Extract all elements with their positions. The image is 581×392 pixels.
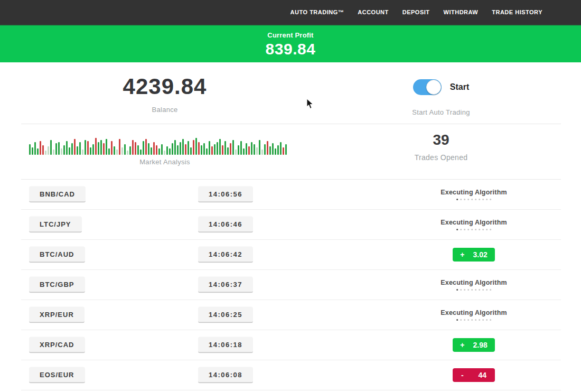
analysis-bar bbox=[227, 147, 229, 155]
analysis-bar bbox=[40, 141, 41, 155]
analysis-bar bbox=[90, 147, 91, 155]
progress-dot bbox=[460, 199, 462, 200]
analysis-bar bbox=[219, 139, 221, 155]
analysis-bar bbox=[48, 146, 49, 155]
analysis-bar bbox=[180, 142, 181, 155]
nav-item-auto-trading[interactable]: AUTO TRADING™ bbox=[290, 9, 344, 15]
analysis-bar bbox=[283, 147, 284, 155]
progress-dot bbox=[460, 289, 462, 291]
progress-dot bbox=[479, 289, 480, 291]
analysis-bar bbox=[275, 148, 276, 155]
analysis-bar bbox=[243, 148, 245, 155]
executing-algorithm-label: Executing Algorithm bbox=[441, 219, 507, 226]
analysis-bar bbox=[37, 148, 39, 155]
auto-trading-toggle-block: Start Start Auto Trading bbox=[322, 62, 560, 116]
progress-dot bbox=[456, 229, 458, 230]
progress-dot bbox=[471, 319, 473, 321]
analysis-bar bbox=[132, 140, 134, 155]
analysis-bar bbox=[69, 147, 70, 155]
analysis-bar bbox=[248, 146, 250, 155]
toggle-label: Start bbox=[450, 82, 469, 92]
analysis-bar bbox=[166, 146, 168, 155]
analysis-bar bbox=[71, 143, 73, 155]
analysis-bar bbox=[203, 143, 205, 155]
analysis-bar bbox=[135, 142, 136, 155]
trades-opened-label: Trades Opened bbox=[322, 153, 560, 162]
analysis-bar bbox=[201, 145, 202, 155]
analysis-bar bbox=[188, 141, 189, 155]
progress-dot bbox=[460, 229, 462, 230]
analysis-bar bbox=[272, 143, 274, 155]
analysis-bar bbox=[29, 144, 31, 155]
pair-chip: BTC/GBP bbox=[29, 277, 85, 293]
analysis-bar bbox=[232, 140, 234, 155]
analysis-bar bbox=[116, 150, 118, 155]
analysis-bar bbox=[269, 146, 271, 155]
analysis-bar bbox=[185, 144, 186, 155]
current-profit-label: Current Profit bbox=[0, 31, 581, 39]
result-sign: + bbox=[460, 250, 464, 259]
trades-opened-value: 39 bbox=[322, 132, 560, 148]
analysis-bar bbox=[169, 148, 171, 155]
analysis-bar bbox=[129, 146, 131, 155]
analysis-bar bbox=[246, 143, 247, 155]
trade-status-cell: Executing Algorithm bbox=[441, 189, 507, 200]
nav-item-deposit[interactable]: DEPOSIT bbox=[402, 9, 430, 15]
nav-item-account[interactable]: ACCOUNT bbox=[358, 9, 389, 15]
analysis-bar bbox=[267, 141, 268, 155]
trade-row: BNB/CAD 14:06:56 Executing Algorithm bbox=[21, 180, 561, 210]
analysis-bar bbox=[224, 141, 226, 155]
analysis-bar bbox=[111, 141, 113, 155]
progress-dot bbox=[482, 229, 484, 230]
pair-chip: XRP/CAD bbox=[29, 337, 85, 353]
progress-dot bbox=[486, 199, 488, 200]
progress-dot bbox=[471, 199, 473, 200]
result-value: 2.98 bbox=[473, 341, 487, 349]
progress-dot bbox=[482, 199, 484, 200]
executing-progress-dots bbox=[441, 229, 507, 230]
analysis-bar bbox=[108, 148, 110, 155]
progress-dot bbox=[456, 289, 458, 291]
progress-dot bbox=[479, 199, 480, 200]
analysis-bar bbox=[79, 142, 81, 155]
analysis-bar bbox=[251, 142, 252, 155]
analysis-bar bbox=[45, 151, 46, 155]
balance-block: 4239.84 Balance bbox=[6, 62, 323, 114]
trade-status-cell: Executing Algorithm bbox=[441, 309, 507, 321]
result-sign: - bbox=[461, 371, 464, 379]
trade-time-chip: 14:06:56 bbox=[198, 186, 253, 203]
executing-progress-dots bbox=[441, 289, 507, 291]
analysis-bar bbox=[77, 146, 78, 155]
progress-dot bbox=[464, 229, 465, 230]
progress-dot bbox=[471, 289, 473, 291]
result-value: 3.02 bbox=[473, 250, 487, 259]
analysis-bar bbox=[172, 143, 173, 155]
trade-row: XRP/CAD 14:06:18 +2.98 bbox=[21, 330, 561, 360]
trade-row: EOS/EUR 14:06:08 -44 bbox=[21, 360, 561, 390]
progress-dot bbox=[490, 199, 491, 200]
trade-status-cell: +3.02 bbox=[453, 248, 495, 262]
auto-trading-toggle[interactable] bbox=[413, 79, 442, 95]
analysis-bar bbox=[238, 145, 239, 155]
analysis-bar bbox=[85, 140, 86, 155]
analysis-bar bbox=[87, 141, 89, 155]
pair-chip: BTC/AUD bbox=[29, 247, 85, 263]
progress-dot bbox=[471, 229, 473, 230]
balance-label: Balance bbox=[6, 106, 323, 114]
executing-progress-dots bbox=[441, 319, 507, 321]
progress-dot bbox=[490, 229, 491, 230]
trade-status-cell: +2.98 bbox=[453, 338, 495, 352]
analysis-bar bbox=[158, 148, 160, 155]
analysis-bar bbox=[259, 140, 260, 155]
progress-dot bbox=[464, 289, 465, 291]
analysis-bar bbox=[235, 150, 237, 155]
nav-item-trade-history[interactable]: TRADE HISTORY bbox=[492, 9, 542, 15]
pair-chip: BNB/CAD bbox=[29, 186, 86, 203]
executing-algorithm-label: Executing Algorithm bbox=[441, 309, 507, 316]
analysis-bar bbox=[148, 143, 149, 155]
progress-dot bbox=[467, 289, 469, 291]
analysis-bar bbox=[66, 141, 68, 155]
trades-opened-block: 39 Trades Opened bbox=[322, 124, 560, 162]
analysis-bar bbox=[193, 140, 194, 155]
nav-item-withdraw[interactable]: WITHDRAW bbox=[444, 9, 479, 15]
